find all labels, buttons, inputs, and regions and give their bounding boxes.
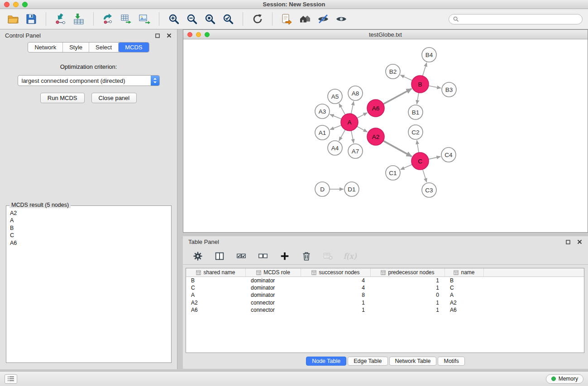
control-panel-close-button[interactable]: [166, 33, 172, 39]
app-minimize-button[interactable]: [13, 2, 19, 7]
graph-edge-A-A6[interactable]: [357, 113, 368, 118]
show-graphics-button[interactable]: [334, 11, 349, 27]
tab-select[interactable]: Select: [89, 43, 119, 52]
zoom-selected-button[interactable]: [220, 11, 236, 27]
table-settings-button[interactable]: [192, 250, 204, 262]
graph-node-D1[interactable]: D1: [344, 182, 359, 196]
run-mcds-button[interactable]: Run MCDS: [40, 93, 85, 103]
import-table-button[interactable]: [71, 11, 86, 27]
graph-edge-C-C1[interactable]: [401, 165, 412, 170]
graph-node-A6[interactable]: A6: [367, 100, 384, 117]
table-row[interactable]: A6connector11A6: [186, 306, 584, 314]
column-header-predecessor-nodes[interactable]: predecessor nodes: [371, 268, 445, 277]
export-image-button[interactable]: [137, 11, 152, 27]
column-header-shared-name[interactable]: shared name: [186, 268, 246, 277]
graph-edge-C-C2[interactable]: [417, 140, 419, 152]
graph-edge-B-B4[interactable]: [423, 62, 427, 76]
hide-graphics-button[interactable]: [316, 11, 331, 27]
graph-node-C2[interactable]: C2: [408, 125, 423, 139]
graph-node-C4[interactable]: C4: [441, 148, 456, 162]
table-panel-close-button[interactable]: [576, 239, 583, 245]
show-columns-button[interactable]: [214, 250, 225, 262]
task-history-button[interactable]: [5, 374, 17, 384]
save-session-button[interactable]: [24, 11, 39, 27]
graph-node-A3[interactable]: A3: [315, 104, 330, 119]
graph-node-A5[interactable]: A5: [328, 89, 342, 104]
export-network-button[interactable]: [100, 11, 116, 27]
tab-network-table[interactable]: Network Table: [389, 357, 437, 366]
first-neighbors-button[interactable]: [279, 11, 295, 27]
graph-node-A2[interactable]: A2: [367, 128, 384, 145]
mcds-result-list[interactable]: A2ABCA6: [8, 210, 169, 361]
graph-node-D[interactable]: D: [315, 182, 330, 196]
tab-mcds[interactable]: MCDS: [119, 43, 148, 52]
graph-node-A1[interactable]: A1: [315, 125, 330, 140]
column-header-successor-nodes[interactable]: successor nodes: [301, 268, 371, 277]
graph-node-B3[interactable]: B3: [442, 82, 456, 97]
tab-network[interactable]: Network: [28, 43, 63, 52]
select-all-button[interactable]: [235, 250, 247, 262]
table-row[interactable]: Adominator80A: [186, 291, 584, 299]
tab-node-table[interactable]: Node Table: [306, 357, 346, 366]
delete-row-button[interactable]: [301, 250, 312, 262]
graph-node-A8[interactable]: A8: [348, 86, 363, 100]
app-close-button[interactable]: [4, 2, 10, 7]
graph-edge-A2-C[interactable]: [383, 141, 412, 157]
tab-edge-table[interactable]: Edge Table: [348, 357, 387, 366]
add-column-button[interactable]: [279, 250, 291, 262]
network-canvas[interactable]: AA1A2A3A4A5A6A7A8BB1B2B3B4CC1C2C3C4DD1: [183, 39, 588, 232]
result-item[interactable]: A6: [8, 239, 169, 247]
graph-node-B1[interactable]: B1: [408, 105, 423, 119]
optimization-criterion-select[interactable]: largest connected component (directed): [18, 75, 160, 86]
graph-node-C3[interactable]: C3: [422, 183, 436, 197]
result-item[interactable]: B: [8, 224, 169, 232]
graph-edge-B-B2[interactable]: [400, 75, 412, 81]
graph-edge-A-A7[interactable]: [351, 131, 354, 143]
graph-node-C[interactable]: C: [411, 152, 429, 170]
graph-edge-B-B1[interactable]: [417, 93, 419, 104]
zoom-fit-button[interactable]: [202, 11, 218, 27]
refresh-button[interactable]: [250, 11, 265, 27]
graph-edge-A-A3[interactable]: [330, 114, 342, 119]
graph-edge-A-A2[interactable]: [357, 126, 368, 132]
delete-column-button[interactable]: [322, 250, 334, 262]
graph-node-A4[interactable]: A4: [328, 141, 342, 155]
graph-node-B[interactable]: B: [411, 76, 429, 93]
graph-node-A7[interactable]: A7: [348, 144, 363, 158]
zoom-in-button[interactable]: [166, 11, 182, 27]
graph-node-B4[interactable]: B4: [422, 48, 436, 62]
network-zoom-button[interactable]: [205, 32, 210, 37]
graph-edge-B-B3[interactable]: [429, 86, 441, 88]
open-session-button[interactable]: [5, 11, 21, 27]
result-item[interactable]: A: [8, 217, 169, 224]
deselect-all-button[interactable]: [257, 250, 269, 262]
table-panel-float-button[interactable]: [565, 239, 571, 245]
graph-edge-C-C4[interactable]: [429, 157, 441, 159]
import-network-button[interactable]: [53, 11, 68, 27]
graph-node-A[interactable]: A: [341, 114, 358, 131]
column-header-name[interactable]: name: [445, 268, 484, 277]
graph-edge-A-A5[interactable]: [339, 104, 345, 115]
result-item[interactable]: A2: [8, 210, 169, 217]
tab-motifs[interactable]: Motifs: [438, 357, 464, 366]
graph-node-B2[interactable]: B2: [386, 64, 400, 79]
graph-edge-C-C3[interactable]: [423, 169, 427, 182]
table-row[interactable]: Cdominator41C: [186, 284, 584, 291]
graph-edge-A-A1[interactable]: [330, 125, 341, 130]
export-table-button[interactable]: [119, 11, 134, 27]
search-input[interactable]: [462, 16, 578, 22]
home-button[interactable]: [297, 11, 313, 27]
close-panel-button[interactable]: Close panel: [91, 93, 137, 103]
network-minimize-button[interactable]: [196, 32, 201, 37]
table-row[interactable]: Bdominator41B: [186, 277, 584, 284]
graph-node-C1[interactable]: C1: [386, 166, 400, 180]
graph-edge-A6-B[interactable]: [383, 89, 412, 104]
function-builder-button[interactable]: f(x): [344, 250, 356, 262]
column-header-mcds-role[interactable]: MCDS role: [246, 268, 301, 277]
graph-edge-A-A8[interactable]: [351, 101, 354, 114]
zoom-out-button[interactable]: [184, 11, 200, 27]
memory-button[interactable]: Memory: [546, 374, 583, 384]
result-item[interactable]: C: [8, 232, 169, 239]
app-zoom-button[interactable]: [22, 2, 28, 7]
tab-style[interactable]: Style: [63, 43, 89, 52]
